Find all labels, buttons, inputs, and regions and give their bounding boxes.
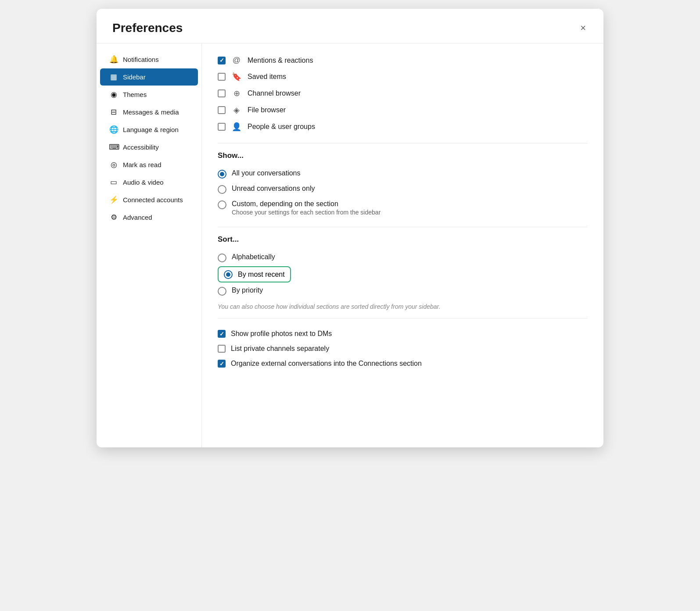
sort-heading: Sort... [218, 235, 588, 244]
radio-sort-alpha[interactable]: Alphabetically [218, 250, 588, 265]
preferences-dialog: Preferences × 🔔Notifications▦Sidebar◉The… [97, 9, 603, 447]
divider-3 [218, 318, 588, 318]
dialog-header: Preferences × [97, 9, 603, 43]
nav-label-themes: Themes [123, 91, 147, 98]
sidebar-items-section: @Mentions & reactions🔖Saved items⊕Channe… [218, 52, 588, 135]
divider-1 [218, 143, 588, 143]
row-icon-file: ◈ [231, 105, 242, 115]
checkbox-channel[interactable] [218, 89, 226, 97]
nav-label-notifications: Notifications [123, 56, 159, 63]
checkbox-people[interactable] [218, 123, 226, 131]
dialog-body: 🔔Notifications▦Sidebar◉Themes⊟Messages &… [97, 43, 603, 447]
radio-btn-sort-priority[interactable] [218, 287, 226, 296]
radio-label-show-all: All your conversations [232, 169, 301, 177]
bottom-checkbox-row-private-channels[interactable]: List private channels separately [218, 341, 588, 356]
nav-icon-language: 🌐 [109, 125, 118, 134]
radio-btn-show-unread[interactable] [218, 185, 226, 194]
checkbox-label-file: File browser [248, 106, 286, 114]
nav-item-notifications[interactable]: 🔔Notifications [100, 51, 198, 68]
nav-icon-accessibility: ⌨ [109, 143, 118, 152]
divider-2 [218, 227, 588, 227]
bottom-checkbox-external[interactable] [218, 360, 226, 368]
close-button[interactable]: × [578, 21, 588, 35]
nav-label-language: Language & region [123, 126, 179, 133]
left-nav: 🔔Notifications▦Sidebar◉Themes⊟Messages &… [97, 43, 202, 447]
nav-item-themes[interactable]: ◉Themes [100, 86, 198, 103]
bottom-checkbox-profile-photos[interactable] [218, 330, 226, 338]
checkbox-label-mentions: Mentions & reactions [248, 57, 313, 64]
sort-highlighted-row[interactable]: By most recent [218, 266, 291, 282]
bottom-checkbox-label-profile-photos: Show profile photos next to DMs [231, 330, 332, 338]
nav-icon-messages: ⊟ [109, 107, 118, 117]
bottom-checkbox-row-external[interactable]: Organize external conversations into the… [218, 356, 588, 371]
radio-btn-show-all[interactable] [218, 170, 226, 179]
bottom-checkboxes-section: Show profile photos next to DMsList priv… [218, 326, 588, 371]
sort-section: Sort... AlphabeticallyBy most recentBy p… [218, 235, 588, 310]
sort-hint: You can also choose how individual secti… [218, 303, 588, 310]
checkbox-label-channel: Channel browser [248, 89, 301, 97]
radio-label-sort-recent: By most recent [238, 271, 285, 279]
nav-item-messages[interactable]: ⊟Messages & media [100, 104, 198, 121]
nav-label-sidebar: Sidebar [123, 73, 146, 81]
nav-item-audio-video[interactable]: ▭Audio & video [100, 174, 198, 191]
nav-icon-connected: ⚡ [109, 195, 118, 204]
checkbox-row-channel[interactable]: ⊕Channel browser [218, 85, 588, 102]
nav-item-mark-as-read[interactable]: ◎Mark as read [100, 156, 198, 173]
checkbox-mentions[interactable] [218, 57, 226, 64]
radio-btn-sort-recent[interactable] [224, 270, 233, 279]
nav-icon-advanced: ⚙ [109, 213, 118, 222]
bottom-checkbox-label-private-channels: List private channels separately [231, 345, 329, 353]
nav-item-language[interactable]: 🌐Language & region [100, 121, 198, 138]
nav-icon-themes: ◉ [109, 90, 118, 99]
checkbox-row-saved[interactable]: 🔖Saved items [218, 68, 588, 85]
radio-show-unread[interactable]: Unread conversations only [218, 182, 588, 197]
bottom-checkbox-row-profile-photos[interactable]: Show profile photos next to DMs [218, 326, 588, 341]
nav-item-accessibility[interactable]: ⌨Accessibility [100, 139, 198, 156]
nav-item-connected[interactable]: ⚡Connected accounts [100, 191, 198, 208]
nav-icon-audio-video: ▭ [109, 178, 118, 187]
nav-label-connected: Connected accounts [123, 196, 183, 204]
checkbox-saved[interactable] [218, 73, 226, 81]
radio-label-show-unread: Unread conversations only [232, 185, 315, 193]
checkbox-row-people[interactable]: 👤People & user groups [218, 118, 588, 135]
radio-label-show-custom: Custom, depending on the section [232, 200, 381, 208]
radio-label-sort-priority: By priority [232, 286, 263, 294]
radio-label-sort-alpha: Alphabetically [232, 253, 275, 261]
nav-label-audio-video: Audio & video [123, 179, 164, 186]
dialog-title: Preferences [112, 21, 183, 35]
nav-icon-sidebar: ▦ [109, 72, 118, 82]
right-content: @Mentions & reactions🔖Saved items⊕Channe… [202, 43, 603, 447]
checkbox-file[interactable] [218, 106, 226, 114]
checkbox-row-mentions[interactable]: @Mentions & reactions [218, 52, 588, 68]
checkbox-row-file[interactable]: ◈File browser [218, 102, 588, 118]
show-heading: Show... [218, 151, 588, 160]
nav-icon-mark-as-read: ◎ [109, 160, 118, 169]
row-icon-channel: ⊕ [231, 89, 242, 98]
radio-sort-priority[interactable]: By priority [218, 283, 588, 299]
row-icon-mentions: @ [231, 56, 242, 65]
nav-icon-notifications: 🔔 [109, 55, 118, 64]
bottom-checkbox-private-channels[interactable] [218, 345, 226, 353]
show-section: Show... All your conversationsUnread con… [218, 151, 588, 219]
radio-sublabel-show-custom: Choose your settings for each section fr… [232, 209, 381, 216]
row-icon-saved: 🔖 [231, 72, 242, 82]
nav-item-advanced[interactable]: ⚙Advanced [100, 209, 198, 226]
radio-show-custom[interactable]: Custom, depending on the sectionChoose y… [218, 197, 588, 219]
radio-btn-show-custom[interactable] [218, 200, 226, 209]
radio-btn-sort-alpha[interactable] [218, 254, 226, 262]
checkbox-label-people: People & user groups [248, 123, 315, 131]
checkbox-label-saved: Saved items [248, 73, 286, 81]
nav-label-advanced: Advanced [123, 214, 152, 221]
radio-show-all[interactable]: All your conversations [218, 166, 588, 182]
nav-item-sidebar[interactable]: ▦Sidebar [100, 68, 198, 86]
nav-label-mark-as-read: Mark as read [123, 161, 162, 168]
nav-label-messages: Messages & media [123, 108, 179, 116]
row-icon-people: 👤 [231, 122, 242, 132]
nav-label-accessibility: Accessibility [123, 143, 159, 151]
bottom-checkbox-label-external: Organize external conversations into the… [231, 360, 422, 368]
